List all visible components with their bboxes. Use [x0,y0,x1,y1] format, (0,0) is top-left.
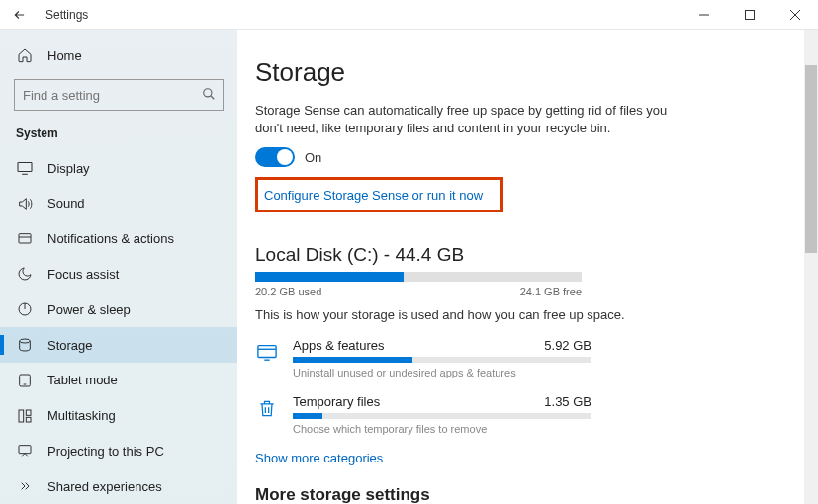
category-sub: Uninstall unused or undesired apps & fea… [293,367,591,378]
nav-storage[interactable]: Storage [0,327,237,363]
svg-rect-19 [258,346,276,358]
search-icon [202,87,216,101]
shared-icon [16,477,34,495]
page-title: Storage [255,57,790,88]
svg-point-4 [204,89,212,97]
storage-icon [16,336,34,354]
toggle-state-label: On [305,150,321,165]
nav-label: Tablet mode [47,373,118,387]
category-name: Apps & features [293,338,385,353]
category-size: 1.35 GB [544,394,591,409]
nav-label: Sound [47,196,85,210]
maximize-button[interactable] [727,0,773,30]
nav-projecting[interactable]: Projecting to this PC [0,433,237,468]
home-icon [16,46,34,64]
nav-label: Power & sleep [47,302,131,317]
svg-rect-8 [19,233,31,242]
section-label: System [0,123,237,150]
nav-label: Display [47,161,90,176]
display-icon [16,159,34,177]
multitasking-icon [16,407,34,425]
sidebar: Home System Display Sound [0,30,237,504]
category-name: Temporary files [293,394,380,409]
svg-rect-1 [746,10,755,19]
power-icon [16,300,34,318]
show-more-categories-link[interactable]: Show more categories [255,451,790,465]
close-button[interactable] [773,0,818,30]
category-apps-features[interactable]: Apps & features 5.92 GB Uninstall unused… [255,338,591,378]
nav-focus-assist[interactable]: Focus assist [0,257,237,293]
category-size: 5.92 GB [544,338,591,353]
category-temporary-files[interactable]: Temporary files 1.35 GB Choose which tem… [255,394,591,435]
category-bar [293,413,591,419]
notifications-icon [16,230,34,248]
scrollbar[interactable] [804,30,818,504]
category-bar [293,357,591,363]
nav-label: Focus assist [47,267,119,282]
nav-label: Notifications & actions [47,231,174,246]
disk-heading: Local Disk (C:) - 44.4 GB [255,244,790,266]
svg-rect-15 [19,410,24,422]
configure-highlight: Configure Storage Sense or run it now [255,177,503,212]
focus-assist-icon [16,265,34,283]
nav-tablet-mode[interactable]: Tablet mode [0,363,237,398]
back-button[interactable] [10,5,30,25]
nav-label: Multitasking [47,408,116,423]
apps-icon [255,340,279,364]
nav-display[interactable]: Display [0,150,237,186]
svg-rect-17 [26,417,31,422]
minimize-button[interactable] [682,0,727,30]
main-content: Storage Storage Sense can automatically … [237,30,818,504]
storage-sense-desc: Storage Sense can automatically free up … [255,102,671,137]
nav-power-sleep[interactable]: Power & sleep [0,292,237,327]
nav-label: Shared experiences [47,479,162,494]
titlebar: Settings [0,0,818,30]
nav-notifications[interactable]: Notifications & actions [0,221,237,257]
svg-rect-18 [19,446,31,454]
disk-used-label: 20.2 GB used [255,286,321,297]
projecting-icon [16,442,34,460]
sound-icon [16,195,34,212]
home-label: Home [47,48,82,63]
nav-shared-experiences[interactable]: Shared experiences [0,468,237,504]
svg-rect-6 [18,162,32,171]
disk-usage-bar [255,272,582,282]
nav-label: Storage [47,338,93,353]
svg-rect-16 [26,410,31,415]
home-button[interactable]: Home [0,40,237,71]
disk-usage-fill [255,272,404,282]
more-settings-heading: More storage settings [255,485,790,504]
svg-point-12 [20,339,31,343]
tablet-icon [16,372,34,389]
nav-multitasking[interactable]: Multitasking [0,398,237,434]
window-title: Settings [45,8,88,22]
search-input[interactable] [14,79,224,111]
svg-line-5 [211,96,215,100]
disk-free-label: 24.1 GB free [520,286,582,297]
trash-icon [255,396,279,420]
disk-subdesc: This is how your storage is used and how… [255,307,790,322]
configure-storage-sense-link[interactable]: Configure Storage Sense or run it now [264,188,483,203]
storage-sense-toggle[interactable] [255,147,295,167]
scroll-thumb[interactable] [805,65,817,253]
nav-label: Projecting to this PC [47,444,164,459]
category-sub: Choose which temporary files to remove [293,423,591,435]
nav-sound[interactable]: Sound [0,186,237,221]
